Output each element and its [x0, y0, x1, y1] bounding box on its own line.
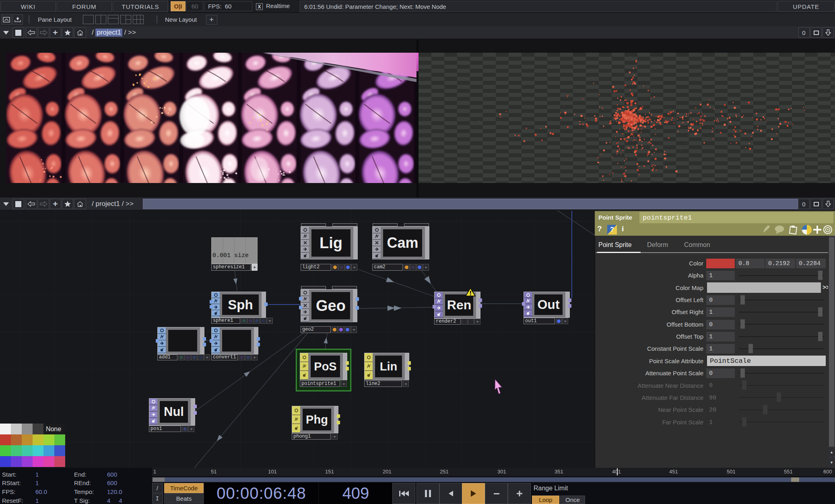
svg-text:0.001 size: 0.001 size [212, 252, 249, 259]
